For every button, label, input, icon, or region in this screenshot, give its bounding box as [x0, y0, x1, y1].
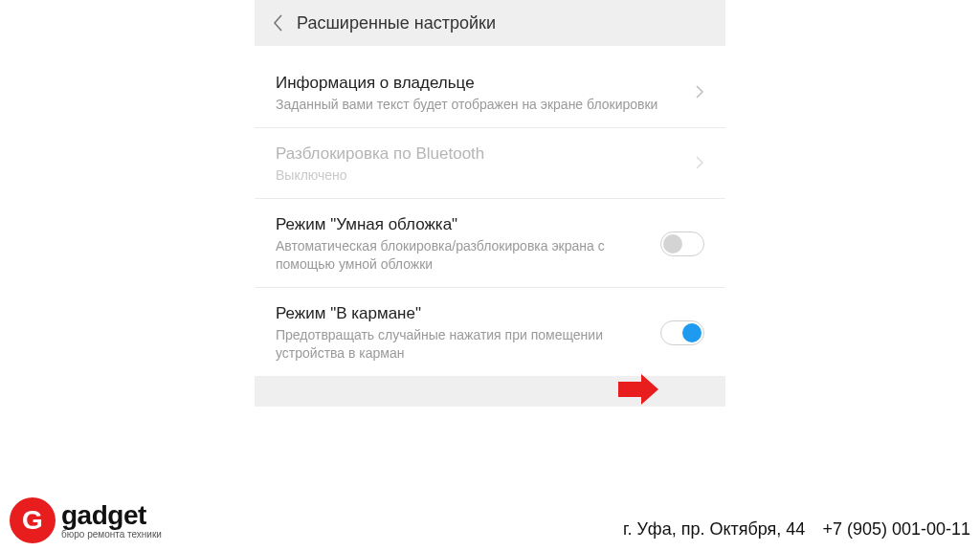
logo-tagline: бюро ремонта техники — [61, 529, 162, 540]
settings-item: Режим "В кармане"Предотвращать случайные… — [255, 288, 725, 376]
item-title: Режим "Умная обложка" — [276, 214, 649, 235]
item-subtitle: Предотвращать случайные нажатия при поме… — [276, 326, 649, 363]
toggle-on[interactable] — [660, 320, 704, 345]
item-title: Разблокировка по Bluetooth — [276, 143, 676, 165]
chevron-right-icon — [687, 153, 704, 175]
settings-header: Расширенные настройки — [255, 0, 725, 46]
chevron-left-icon — [272, 13, 283, 33]
item-subtitle: Выключено — [276, 166, 676, 185]
chevron-right-icon — [687, 82, 704, 104]
contact-address: г. Уфа, пр. Октября, 44 — [623, 519, 805, 540]
settings-item: Режим "Умная обложка"Автоматическая блок… — [255, 199, 725, 288]
item-subtitle: Автоматическая блокировка/разблокировка … — [276, 237, 649, 274]
contact-info: г. Уфа, пр. Октября, 44 +7 (905) 001-00-… — [623, 519, 970, 540]
settings-item[interactable]: Информация о владельцеЗаданный вами текс… — [255, 57, 725, 128]
item-title: Информация о владельце — [276, 73, 676, 94]
logo-name: gadget — [61, 502, 162, 529]
brand-logo: G gadget бюро ремонта техники — [10, 497, 162, 543]
contact-phone: +7 (905) 001-00-11 — [822, 519, 970, 540]
back-button[interactable] — [266, 11, 289, 34]
item-title: Режим "В кармане" — [276, 303, 649, 324]
settings-item: Разблокировка по BluetoothВыключено — [255, 128, 725, 199]
item-subtitle: Заданный вами текст будет отображен на э… — [276, 96, 676, 114]
logo-mark: G — [10, 497, 56, 543]
page-title: Расширенные настройки — [297, 13, 496, 33]
toggle-off[interactable] — [660, 231, 704, 256]
